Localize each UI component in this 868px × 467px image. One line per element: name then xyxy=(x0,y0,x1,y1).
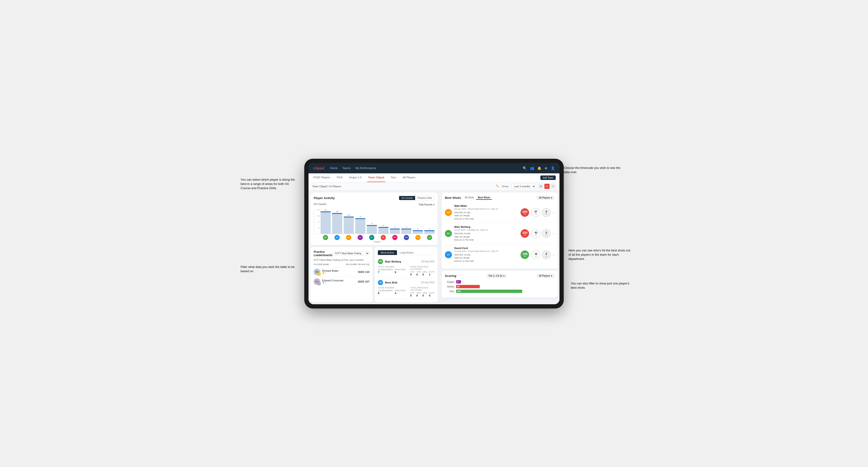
nav-teams[interactable]: Teams xyxy=(342,166,350,170)
player-avatar-slot-7: MM xyxy=(401,235,411,240)
subtab-tour[interactable]: Tour xyxy=(390,173,397,182)
avatar-matt: MM xyxy=(445,209,452,216)
shot-stat-dist-david: 16 yds xyxy=(531,250,540,259)
filter-bar: Team Clippd | 14 Players ✏️ Show: Last 3… xyxy=(309,182,559,191)
subtab-team-clippd[interactable]: Team Clippd xyxy=(367,173,385,182)
shot-card-david[interactable]: DF David Ford 24 Aug 2023 · Royal North … xyxy=(445,244,554,266)
grid-view-icon[interactable]: ⊞ xyxy=(538,184,544,189)
subtab-pgat-players[interactable]: PGAT Players xyxy=(312,173,331,182)
edward-pb-avg: 107 xyxy=(365,280,369,283)
bar-top-0 xyxy=(320,211,331,212)
pars-bar: 499 xyxy=(456,290,522,293)
eagles-bar: 3 xyxy=(456,280,461,283)
nav-my-performance[interactable]: My Performance xyxy=(355,166,376,170)
shot-stat-zero-david: 0 yls xyxy=(542,250,551,259)
blair-putt: 1 xyxy=(429,273,435,276)
people-icon[interactable]: 👥 xyxy=(530,166,534,170)
leaderboard-filter-select[interactable]: PUTT Must Make Putting ... xyxy=(332,251,369,256)
stat-val-zero-blair: 0 xyxy=(546,231,547,234)
plus-circle-icon[interactable]: ⊕ xyxy=(545,166,548,170)
stat-val-dist-david: 16 xyxy=(534,253,537,255)
subtab-all-players[interactable]: All Players xyxy=(402,173,416,182)
avatar-blair-shot: BM xyxy=(445,230,452,237)
practice-activities-label: Total Practice Activities xyxy=(410,266,434,270)
shot-badge-num-blair: 200 xyxy=(522,231,527,234)
shot-badge-blair: 200 SG xyxy=(521,229,529,238)
tab-all-shots[interactable]: Best Shots xyxy=(476,196,492,200)
time-filter-select[interactable]: Last 3 months Last month Last 6 months T… xyxy=(512,184,536,189)
scoring-filter2[interactable]: All Players ▾ xyxy=(537,274,554,278)
rees-activity-vals: GTT 0 APP 0 xyxy=(410,292,434,297)
rees-app: 0 xyxy=(416,294,421,297)
user-icon[interactable]: 👤 xyxy=(551,166,555,170)
shot-chevron-david: › xyxy=(553,253,554,257)
bar-7 xyxy=(401,228,411,234)
avatar-1: BB xyxy=(335,235,340,240)
shot-card-matt[interactable]: MM Matt Miller 09 Jun 2023 · Royal North… xyxy=(445,202,554,223)
subtabs: PGAT Players PGA Hcaps 1-5 Team Clippd T… xyxy=(309,173,559,182)
stat-val-dist-matt: 67 xyxy=(534,210,537,213)
blair-rounds: Total Rounds Tournament 7 Practice xyxy=(378,266,405,276)
col-pb-score: PB SCORE xyxy=(346,263,357,266)
bell-icon[interactable]: 🔔 xyxy=(537,166,541,170)
subtab-hcaps[interactable]: Hcaps 1-5 xyxy=(348,173,362,182)
chart-dropdown[interactable]: Total Rounds ▾ xyxy=(418,203,434,206)
blair-activity-vals: GTT 0 APP 0 xyxy=(410,271,434,276)
bar-top-8 xyxy=(413,230,423,231)
bar-val-1: 12 xyxy=(336,210,338,213)
pars-val: 499 xyxy=(457,290,461,292)
shot-details-david: Shot Dist: 16 yds Start Lie: Rough End L… xyxy=(454,253,518,263)
stat-unit-zero-blair: yls xyxy=(545,234,548,236)
bar-val-9: 2 xyxy=(429,228,430,230)
rees-date: 02 Sep 2023 xyxy=(421,281,435,284)
search-icon[interactable]: 🔍 xyxy=(523,166,527,170)
rees-putt: 0 xyxy=(429,294,435,297)
shot-stats-david: 16 yds 0 yls xyxy=(531,250,551,259)
avatar-3: JC xyxy=(358,235,363,240)
bar-group-9: 2 xyxy=(424,228,434,234)
active-player-rees: RB Rees Britt 02 Sep 2023 Total Rounds xyxy=(378,278,434,299)
bar-group-5: 4 xyxy=(378,224,389,234)
tab-most-active[interactable]: Most Active xyxy=(378,250,397,255)
add-team-button[interactable]: Add Team xyxy=(540,176,556,180)
subtab-pga[interactable]: PGA xyxy=(336,173,343,182)
bar-val-3: 9 xyxy=(360,216,361,218)
blair-stats: Total Rounds Tournament 7 Practice xyxy=(378,266,434,276)
tab-best-shots[interactable]: All Shots xyxy=(463,196,476,200)
avatar-7: MM xyxy=(404,235,409,240)
shot-card-blair[interactable]: BM Blair McHarg 23 Jul 2023 · Ashridge G… xyxy=(445,223,554,244)
stat-unit-dist-blair: yds xyxy=(535,234,537,236)
scoring-filter1[interactable]: Par 3, 4 & 5s ▾ xyxy=(487,274,507,278)
shot-stats-blair: 43 yds 0 yls xyxy=(531,229,551,238)
blair-date: 26 Aug 2023 xyxy=(421,260,434,263)
shot-stat-zero-blair: 0 yls xyxy=(542,229,551,238)
list-view-icon[interactable]: ≡ xyxy=(551,184,556,189)
player-avatar-slot-1: BB xyxy=(332,235,342,240)
player-avatar-slot-0: BM xyxy=(320,235,331,240)
stat-unit-dist-matt: yds xyxy=(535,213,537,215)
heart-view-icon[interactable]: ♥ xyxy=(545,184,550,189)
activity-toggle: On Course Practice Drills xyxy=(399,196,434,200)
bar-top-5 xyxy=(378,227,389,228)
chart-controls: On Course Total Rounds ▾ xyxy=(314,203,434,207)
annotation-right-mid: Here you can see who's hit the best shot… xyxy=(568,248,632,261)
bar-top-9 xyxy=(424,230,434,231)
nav-home[interactable]: Home xyxy=(330,166,338,170)
bar-group-4: 5 xyxy=(367,222,377,234)
bar-8 xyxy=(413,230,423,234)
tab-least-active[interactable]: Least Active xyxy=(397,250,416,255)
all-players-filter[interactable]: All Players ▾ xyxy=(537,196,554,200)
bar-group-1: 12 xyxy=(332,210,342,234)
leaderboard-title: Practice Leaderboards xyxy=(314,250,332,257)
best-shots-card: Best Shots All Shots Best Shots All Play… xyxy=(441,192,558,269)
toggle-on-course[interactable]: On Course xyxy=(399,196,415,200)
player-avatar-slot-8: EC xyxy=(413,235,423,240)
bar-group-2: 10 xyxy=(344,214,354,234)
rounds-label: Total Rounds xyxy=(378,266,405,268)
stat-val-zero-david: 0 xyxy=(546,253,547,255)
y-label-10: 10 xyxy=(317,215,319,217)
toggle-practice-drills[interactable]: Practice Drills xyxy=(415,196,434,200)
leaderboard-row: EC 2 Edward Crossman 🥈 2 18/20 10 xyxy=(314,277,369,286)
edit-team-icon[interactable]: ✏️ xyxy=(496,185,499,188)
shot-stat-dist-blair: 43 yds xyxy=(531,229,540,238)
